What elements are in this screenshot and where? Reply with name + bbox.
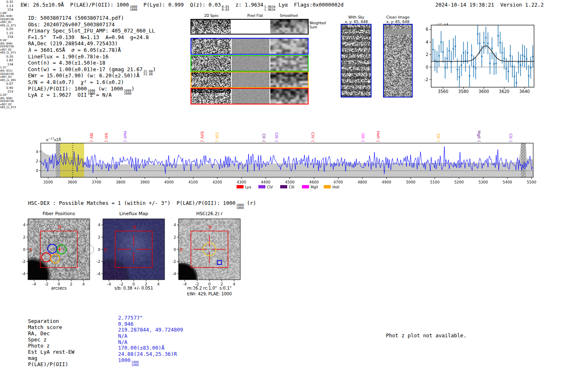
y-tick-label: 0 [174,247,176,252]
data-point [502,52,503,53]
neighbor-box [217,260,221,264]
masked-object-circle [167,262,198,293]
data-point [508,71,509,72]
data-point [487,42,489,44]
line-label-heii: HeII { [376,131,381,142]
y-tick-label: -2 [172,259,176,264]
data-point [511,66,513,67]
y-tick-label: 2 [426,52,428,57]
data-point [432,49,434,51]
fiber-circle [65,262,74,271]
data-point [526,58,527,60]
east-label: E [30,248,32,252]
data-point [513,76,515,77]
data-point [471,54,472,56]
fiber-circle [69,254,78,263]
x-tick-label: 3620 [499,89,509,94]
line-label-ciii: CIII { [274,132,279,142]
data-point [520,65,521,66]
fiber-overlay: -4-4-2-2002244NE [22,219,94,286]
x-tick-label: 4700 [334,180,343,184]
x-tick-label: 0 [132,282,135,286]
data-point [479,42,481,44]
x-tick-label: 4100 [188,180,198,184]
y-tick-label: 4 [426,40,428,44]
x-tick-label: 4000 [164,180,174,184]
legend-label-heii: HeII [332,185,339,189]
data-point [453,48,454,50]
data-point [509,55,511,57]
data-point [444,67,446,69]
data-point [455,46,456,47]
data-point [459,76,460,78]
fiber-circle [74,262,83,271]
fiber-circle [79,254,88,263]
east-label: E [105,248,107,252]
image-overlay: -4-4-2-2002244NE [167,219,240,293]
data-point [469,75,470,77]
y-tick-label: -2 [22,259,26,264]
data-point [446,58,448,59]
legend-swatch-ciii [280,185,287,188]
fiber-circle [85,245,94,254]
fiber-circle [38,244,47,253]
north-label: N [209,225,211,230]
y-tick-label: 0 [426,65,428,70]
data-point [485,37,487,39]
x-tick-label: -4 [107,282,111,286]
data-point [528,75,530,77]
data-point [489,63,491,64]
y-tick-label: 4 [36,150,38,154]
data-point [518,62,519,63]
y-tick-label: 4 [23,223,26,227]
y-tick-label: 2 [23,235,26,239]
fiber-circle [51,269,60,278]
y-tick-label: 6 [426,27,428,32]
fiber-circle [77,237,86,246]
fiber-circle [66,245,75,254]
y-tick-label: 0 [36,169,38,173]
x-tick-label: -2 [119,282,123,286]
x-tick-label: 4800 [358,180,367,184]
y-tick-label: -2 [97,259,100,264]
fiber-circle [72,229,81,238]
line-label-mgii: MgII { [477,130,481,142]
x-tick-label: 4900 [382,180,391,184]
data-point [532,56,534,57]
x-tick-label: 3600 [67,180,77,184]
data-point [442,51,444,53]
y-tick-label: 4 [174,223,176,227]
legend-label-lyα: Lyα [245,185,251,189]
y-tick-label: -4 [97,271,100,276]
legend-swatch-civ [258,185,265,188]
legend-swatch-lyα [237,185,244,188]
y-tick-label: -4 [172,271,176,276]
x-tick-label: 5500 [527,180,537,184]
report-page: EW: 26.5±10.9Å P(LAE)/P(OII): 1000100010… [0,0,576,392]
line-label-cii: CII { [262,134,266,142]
data-point [495,63,497,64]
selected-fiber-circle [48,244,57,253]
y-tick-label: 4 [98,223,100,227]
x-tick-label: 3560 [438,89,448,94]
data-point [497,35,499,37]
fiber-circle [60,270,69,279]
data-point [506,68,507,70]
line-fit-plot: 35603580360036203640-20246 [424,23,535,94]
x-tick-label: 2 [221,282,223,286]
legend-label-civ: CIV [267,185,273,189]
north-label: N [133,225,136,230]
legend-label-ciii: CIII [289,185,294,189]
x-tick-label: 3500 [44,180,53,184]
fiber-circle [70,270,79,279]
lineflux-overlay: -4-4-2-2002244NE [97,219,165,286]
line-label-cii: CII { [509,134,513,142]
data-point [530,67,532,69]
y-tick-label: 2 [36,159,38,163]
legend-swatch-heii [324,185,331,188]
x-tick-label: 5200 [454,180,464,184]
x-tick-label: 5300 [478,180,488,184]
bad-region-hatch [521,143,526,177]
line-label-siiv: SiIV { [200,131,204,142]
x-tick-label: 3600 [478,89,489,94]
